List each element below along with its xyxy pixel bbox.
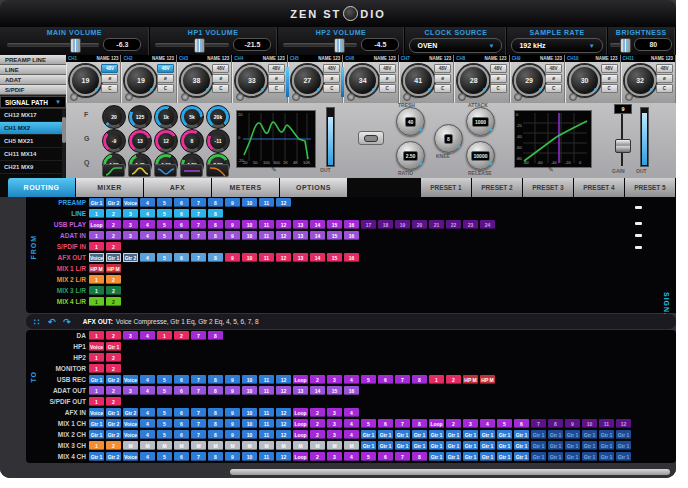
- link-icon[interactable]: ∞: [247, 94, 251, 100]
- matrix-cell[interactable]: 11: [259, 408, 274, 417]
- comp-button[interactable]: C: [656, 84, 673, 93]
- link-icon[interactable]: ∞: [636, 94, 640, 100]
- brightness-slider[interactable]: [610, 43, 630, 46]
- lowpass-filter-button[interactable]: [206, 164, 229, 177]
- matrix-cell[interactable]: 6: [174, 419, 189, 428]
- matrix-cell[interactable]: M: [276, 441, 291, 450]
- eq-knob-f2[interactable]: 125: [128, 105, 152, 129]
- matrix-cell[interactable]: 7: [191, 331, 206, 340]
- matrix-cell[interactable]: Gtr 1: [89, 419, 104, 428]
- phase-invert-button[interactable]: ø: [490, 74, 507, 83]
- matrix-cell[interactable]: Gtr 1: [582, 452, 597, 461]
- matrix-cell[interactable]: Gtr 1: [565, 441, 580, 450]
- preset-button-2[interactable]: PRESET 2: [472, 178, 522, 197]
- matrix-cell[interactable]: Gtr 1: [89, 198, 104, 207]
- preset-button-3[interactable]: PRESET 3: [523, 178, 573, 197]
- brightness-slider-handle[interactable]: [620, 38, 631, 53]
- matrix-cell[interactable]: Voice: [123, 198, 138, 207]
- matrix-cell[interactable]: 5: [497, 419, 512, 428]
- comp-button[interactable]: C: [212, 84, 229, 93]
- gain-knob[interactable]: 27: [292, 65, 323, 96]
- matrix-cell[interactable]: 7: [191, 198, 206, 207]
- matrix-cell[interactable]: Gtr 1: [446, 441, 461, 450]
- matrix-cell[interactable]: 6: [378, 419, 393, 428]
- phantom-48v-button[interactable]: 48V: [101, 64, 118, 73]
- signal-path-dropdown[interactable]: SIGNAL PATH ▼: [0, 96, 66, 108]
- comp-button[interactable]: C: [434, 84, 451, 93]
- matrix-cell[interactable]: Gtr 1: [565, 430, 580, 439]
- bypass-toggle[interactable]: [358, 131, 384, 145]
- matrix-cell[interactable]: 8: [208, 209, 223, 218]
- matrix-cell[interactable]: Gtr 1: [514, 441, 529, 450]
- matrix-cell[interactable]: Gtr 1: [395, 441, 410, 450]
- matrix-cell[interactable]: 7: [191, 253, 206, 262]
- matrix-cell[interactable]: Voice: [123, 452, 138, 461]
- comp-button[interactable]: C: [268, 84, 285, 93]
- tab-routing[interactable]: ROUTING: [8, 178, 75, 197]
- matrix-cell[interactable]: 8: [208, 408, 223, 417]
- link-icon[interactable]: ∞: [414, 94, 418, 100]
- matrix-cell[interactable]: 6: [174, 386, 189, 395]
- matrix-cell[interactable]: Gtr 1: [463, 452, 478, 461]
- matrix-cell[interactable]: Loop: [293, 430, 308, 439]
- matrix-cell[interactable]: 3: [123, 386, 138, 395]
- matrix-cell[interactable]: 4: [140, 430, 155, 439]
- matrix-cell[interactable]: 7: [191, 220, 206, 229]
- matrix-cell[interactable]: Gtr 1: [106, 342, 121, 351]
- matrix-cell[interactable]: 2: [106, 275, 121, 284]
- matrix-cell[interactable]: Gtr 1: [429, 441, 444, 450]
- scroll-dash-icon[interactable]: [635, 206, 642, 209]
- matrix-cell[interactable]: 8: [208, 386, 223, 395]
- matrix-cell[interactable]: 19: [395, 220, 410, 229]
- matrix-cell[interactable]: Gtr 1: [582, 430, 597, 439]
- matrix-cell[interactable]: 5: [157, 198, 172, 207]
- eq-knob-g5[interactable]: -11: [206, 129, 230, 153]
- matrix-cell[interactable]: 11: [259, 375, 274, 384]
- tab-options[interactable]: OPTIONS: [280, 178, 347, 197]
- phase-invert-button[interactable]: ø: [601, 74, 618, 83]
- link-icon[interactable]: ∞: [358, 94, 362, 100]
- matrix-cell[interactable]: Gtr 1: [429, 430, 444, 439]
- matrix-cell[interactable]: 7: [395, 419, 410, 428]
- matrix-cell[interactable]: 18: [378, 220, 393, 229]
- eq-knob-g3[interactable]: 12: [154, 129, 178, 153]
- matrix-cell[interactable]: 1: [89, 275, 104, 284]
- phase-invert-button[interactable]: ø: [268, 74, 285, 83]
- matrix-cell[interactable]: 7: [191, 419, 206, 428]
- matrix-cell[interactable]: 4: [140, 331, 155, 340]
- matrix-cell[interactable]: 16: [344, 231, 359, 240]
- matrix-cell[interactable]: 7: [191, 386, 206, 395]
- matrix-cell[interactable]: 8: [412, 452, 427, 461]
- phantom-48v-button[interactable]: 48V: [545, 64, 562, 73]
- matrix-cell[interactable]: 3: [327, 375, 342, 384]
- matrix-cell[interactable]: 5: [157, 209, 172, 218]
- gain-knob[interactable]: 34: [347, 65, 378, 96]
- matrix-cell[interactable]: Gtr 1: [412, 441, 427, 450]
- scroll-dash-icon[interactable]: [635, 222, 642, 225]
- matrix-cell[interactable]: M: [123, 441, 138, 450]
- gain-knob[interactable]: 29: [514, 65, 545, 96]
- matrix-cell[interactable]: Gtr 1: [531, 430, 546, 439]
- matrix-cell[interactable]: 15: [327, 253, 342, 262]
- matrix-cell[interactable]: 2: [446, 375, 461, 384]
- matrix-cell[interactable]: 6: [174, 209, 189, 218]
- matrix-cell[interactable]: 5: [157, 408, 172, 417]
- matrix-cell[interactable]: 6: [174, 231, 189, 240]
- matrix-cell[interactable]: HP M: [106, 264, 121, 273]
- matrix-cell[interactable]: Voice: [123, 419, 138, 428]
- matrix-cell[interactable]: 24: [480, 220, 495, 229]
- gain-fader-handle[interactable]: [615, 139, 631, 153]
- matrix-cell[interactable]: 10: [242, 253, 257, 262]
- matrix-cell[interactable]: 7: [191, 408, 206, 417]
- matrix-cell[interactable]: 5: [361, 375, 376, 384]
- gain-knob[interactable]: 19: [125, 65, 156, 96]
- matrix-cell[interactable]: 1: [89, 331, 104, 340]
- matrix-cell[interactable]: 12: [276, 220, 291, 229]
- matrix-cell[interactable]: 12: [276, 408, 291, 417]
- matrix-cell[interactable]: M: [242, 441, 257, 450]
- channel-list-item[interactable]: CH12 MX17: [0, 109, 66, 122]
- matrix-cell[interactable]: 10: [242, 408, 257, 417]
- matrix-cell[interactable]: 2: [174, 331, 189, 340]
- matrix-cell[interactable]: 20: [412, 220, 427, 229]
- matrix-cell[interactable]: 7: [191, 209, 206, 218]
